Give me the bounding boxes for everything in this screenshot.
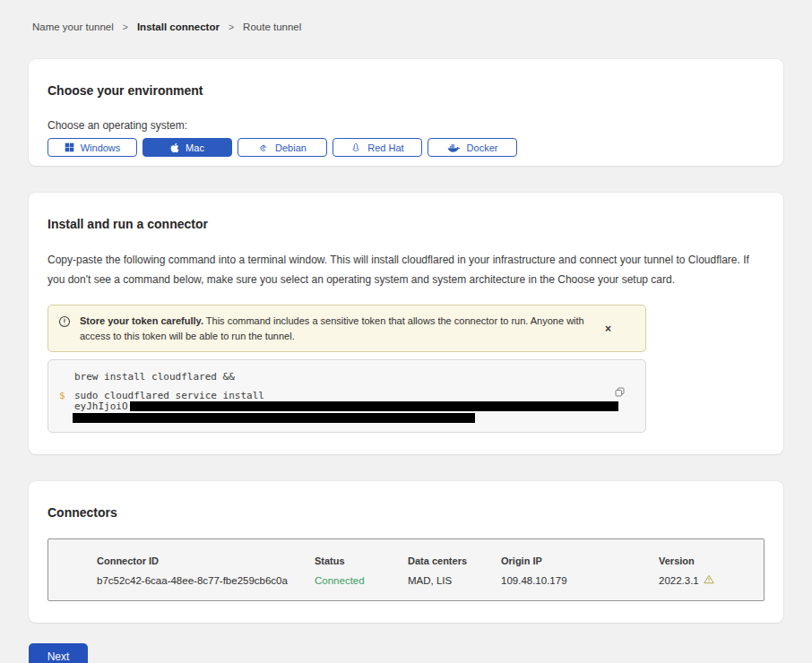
table-row: b7c52c42-6caa-48ee-8c77-fbe259cb6c0a Con… — [97, 574, 755, 586]
breadcrumb: Name your tunnel > Install connector > R… — [29, 0, 783, 32]
os-button-label: Windows — [81, 142, 121, 153]
code-line-brew: brew install cloudflared && — [59, 372, 635, 383]
debian-swirl-icon — [258, 142, 269, 153]
code-line-service-install: $ sudo cloudflared service install — [59, 391, 635, 401]
os-button-redhat[interactable]: Red Hat — [333, 138, 422, 157]
breadcrumb-separator: > — [123, 22, 128, 32]
install-description: Copy-paste the following command into a … — [48, 251, 764, 289]
connectors-table-header: Connector ID Status Data centers Origin … — [97, 555, 755, 574]
shell-prompt: $ — [59, 391, 74, 401]
prompt-spacer — [59, 372, 74, 383]
code-line-token-2 — [59, 412, 635, 423]
os-button-mac[interactable]: Mac — [143, 138, 232, 157]
install-card-title: Install and run a connector — [48, 217, 764, 231]
cell-origin-ip: 109.48.10.179 — [501, 575, 659, 586]
cell-version: 2022.3.1 — [659, 574, 755, 586]
breadcrumb-name-your-tunnel[interactable]: Name your tunnel — [32, 22, 114, 32]
os-button-label: Debian — [275, 142, 307, 153]
connectors-table: Connector ID Status Data centers Origin … — [48, 538, 764, 601]
token-warning-banner: Store your token carefully. This command… — [48, 305, 646, 352]
cell-data-centers: MAD, LIS — [408, 575, 501, 586]
redhat-icon — [350, 142, 361, 153]
breadcrumb-install-connector[interactable]: Install connector — [137, 22, 220, 32]
code-text: brew install cloudflared && — [74, 372, 235, 383]
token-prefix: eyJhIjoiO — [74, 401, 128, 412]
warning-triangle-icon — [704, 574, 714, 586]
col-header-connector-id: Connector ID — [97, 555, 315, 566]
os-button-windows[interactable]: Windows — [48, 138, 137, 157]
col-header-status: Status — [315, 555, 408, 566]
os-button-group: Windows Mac Debian Red Hat — [48, 138, 764, 157]
breadcrumb-route-tunnel[interactable]: Route tunnel — [243, 22, 301, 32]
environment-card-title: Choose your environment — [48, 83, 764, 98]
version-value: 2022.3.1 — [659, 575, 699, 586]
os-button-docker[interactable]: Docker — [428, 138, 517, 157]
os-select-label: Choose an operating system: — [48, 119, 764, 132]
apple-icon — [170, 142, 179, 153]
connectors-card-title: Connectors — [48, 505, 764, 520]
token-warning-bold: Store your token carefully. — [80, 315, 203, 326]
os-button-label: Mac — [186, 142, 204, 153]
status-badge: Connected — [315, 575, 408, 586]
token-warning-text: Store your token carefully. This command… — [80, 314, 587, 343]
install-connector-card: Install and run a connector Copy-paste t… — [29, 193, 783, 454]
redacted-token-bar — [130, 401, 618, 411]
col-header-data-centers: Data centers — [408, 555, 501, 566]
next-button[interactable]: Next — [29, 643, 88, 663]
copy-icon[interactable] — [614, 386, 626, 400]
environment-card: Choose your environment Choose an operat… — [29, 59, 783, 166]
os-button-label: Docker — [467, 142, 498, 153]
tunnel-setup-page: Name your tunnel > Install connector > R… — [0, 0, 812, 663]
cell-connector-id: b7c52c42-6caa-48ee-8c77-fbe259cb6c0a — [97, 575, 315, 586]
prompt-spacer — [59, 401, 74, 412]
redacted-token-bar — [73, 413, 475, 423]
connectors-card: Connectors Connector ID Status Data cent… — [29, 481, 783, 623]
code-line-token: eyJhIjoiO — [59, 401, 635, 412]
install-command-codeblock[interactable]: brew install cloudflared && $ sudo cloud… — [48, 359, 646, 433]
breadcrumb-separator: > — [229, 22, 234, 32]
col-header-version: Version — [659, 555, 755, 566]
alert-circle-icon — [58, 315, 71, 332]
windows-icon — [65, 142, 74, 152]
col-header-origin-ip: Origin IP — [501, 555, 659, 566]
docker-whale-icon — [447, 142, 461, 153]
close-icon[interactable]: × — [603, 323, 613, 335]
os-button-label: Red Hat — [367, 142, 403, 153]
os-button-debian[interactable]: Debian — [238, 138, 327, 157]
